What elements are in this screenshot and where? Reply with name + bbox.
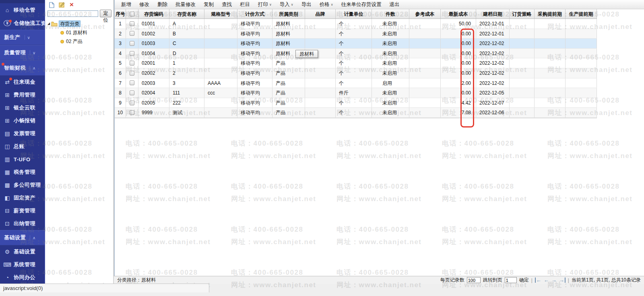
sidebar-item-系统管理[interactable]: ⌨系统管理 [0, 258, 45, 271]
sidebar-group-基础设置[interactable]: 基础设置∧ [0, 230, 45, 245]
column-header-序号[interactable]: 序号 [115, 9, 126, 18]
column-header-最新成本[interactable]: 最新成本 [441, 9, 476, 18]
table-row[interactable]: 6020022移动平均产品个未启用0.002022-12-02 [115, 68, 597, 78]
toolbar-button-导出[interactable]: 导出 [297, 0, 316, 9]
tree-search-input[interactable] [47, 10, 98, 17]
sidebar-item-银企云联[interactable]: ⊞银企云联 [0, 101, 45, 114]
cell-建档日期: 2022-12-07 [476, 98, 510, 108]
toolbar-button-打印[interactable]: 打印∨ [254, 0, 276, 9]
column-header-存货编码[interactable]: 存货编码 [138, 9, 169, 18]
prev-page-icon[interactable]: ← [544, 278, 549, 283]
locate-button[interactable]: 定位 [100, 10, 111, 17]
table-row[interactable]: 5020011移动平均产品个未启用0.002022-12-02 [115, 58, 597, 68]
sidebar-item-出纳管理[interactable]: ⊡出纳管理 [0, 217, 45, 230]
cell-品牌 [305, 39, 336, 48]
column-header-件数[interactable]: 件数 [372, 9, 409, 18]
table-row[interactable]: 101001A移动平均原材料个未启用50.002022-12-01 [115, 19, 597, 29]
sidebar-item-协同办公[interactable]: ◔协同办公 [0, 271, 45, 284]
cell-建档日期: 2022-12-06 [476, 108, 510, 117]
sidebar-item-基础设置[interactable]: ⚙基础设置 [0, 245, 45, 258]
sidebar-group-新生产[interactable]: 新生产∨ [0, 30, 45, 45]
sidebar-item-固定资产[interactable]: ◧固定资产 [0, 191, 45, 204]
sidebar-group-质量管理[interactable]: 质量管理∨ [0, 45, 45, 60]
tree-node-02 产品[interactable]: 02 产品 [60, 38, 113, 45]
column-header-建档日期[interactable]: 建档日期 [476, 9, 510, 18]
last-page-icon[interactable]: → [559, 278, 566, 283]
per-page-input[interactable] [467, 277, 481, 283]
inventory-table: 序号存货编码存货名称规格型号计价方式所属类别品牌计量单位件数参考成本最新成本建档… [115, 9, 597, 118]
sidebar-item-仓储物流工资[interactable]: ¥仓储物流工资 [0, 16, 45, 30]
delete-node-icon[interactable]: × [68, 2, 75, 8]
column-header-生产提前期[interactable]: 生产提前期 [566, 9, 597, 18]
tree-root-label[interactable]: 存货分类 [59, 21, 80, 27]
row-checkbox[interactable] [130, 41, 134, 46]
tree-expand-icon[interactable]: ◢ [47, 22, 50, 25]
sidebar-item-移动仓管[interactable]: ⌂移动仓管 [0, 3, 45, 16]
chevron-down-icon[interactable]: ∨ [33, 51, 35, 55]
toolbar-button-栏目[interactable]: 栏目 [236, 0, 254, 9]
toolbar-button-价格[interactable]: 价格∨ [316, 0, 337, 9]
sidebar-item-费用管理[interactable]: ⊞费用管理 [0, 88, 45, 101]
row-checkbox[interactable] [130, 110, 134, 115]
multi-company-icon: ▩ [4, 181, 11, 189]
row-checkbox[interactable] [130, 61, 134, 66]
column-header-checkbox[interactable] [126, 9, 138, 18]
row-checkbox[interactable] [130, 51, 134, 56]
row-checkbox[interactable] [130, 80, 134, 85]
edit-node-icon[interactable] [58, 2, 65, 8]
column-header-存货名称[interactable]: 存货名称 [169, 9, 204, 18]
table-row[interactable]: 201002B移动平均原材料个未启用0.002022-12-01 [115, 29, 597, 39]
column-header-订货策略[interactable]: 订货策略 [510, 9, 535, 18]
table-row[interactable]: 301003C移动平均原材料个未启用0.002022-12-02 [115, 39, 597, 49]
sidebar-item-发票管理[interactable]: ▤发票管理 [0, 127, 45, 140]
table-row[interactable]: 902005222移动平均产品个未启用4.422022-12-07 [115, 98, 597, 108]
confirm-button[interactable]: 确定 [519, 277, 529, 284]
toolbar-button-导入[interactable]: 导入∨ [276, 0, 297, 9]
row-checkbox[interactable] [130, 101, 134, 105]
cell-checkbox [126, 88, 138, 98]
new-node-icon[interactable] [48, 2, 55, 8]
toolbar-button-往来单位存货设置[interactable]: 往来单位存货设置 [337, 0, 386, 9]
toolbar-button-批量修改[interactable]: 批量修改 [171, 0, 200, 9]
sidebar-item-往来现金[interactable]: ⇄往来现金 [0, 76, 45, 88]
column-header-参考成本[interactable]: 参考成本 [409, 9, 441, 18]
column-header-所属类别[interactable]: 所属类别 [272, 9, 305, 18]
toolbar-button-复制[interactable]: 复制 [200, 0, 218, 9]
sidebar-item-多公司管理[interactable]: ▩多公司管理 [0, 179, 45, 191]
chevron-down-icon[interactable]: ∨ [27, 35, 30, 40]
row-checkbox[interactable] [130, 71, 134, 76]
sidebar-item-T-UFO[interactable]: ▥T-UFO [0, 153, 45, 166]
row-checkbox[interactable] [130, 90, 134, 95]
first-page-icon[interactable]: ← [535, 278, 541, 283]
column-header-计量单位[interactable]: 计量单位 [336, 9, 372, 18]
sidebar-group-智能财税[interactable]: 智能财税∧ [0, 60, 45, 76]
toolbar-button-新增[interactable]: 新增 [117, 0, 135, 9]
tree-node-01 原材料[interactable]: 01 原材料 [60, 29, 113, 36]
sidebar-item-税务管理[interactable]: ▦税务管理 [0, 166, 45, 179]
select-all-checkbox[interactable] [130, 12, 134, 16]
sidebar-top-strip [0, 0, 45, 3]
table-row[interactable]: 109999测试移动平均产品个未启用7.082022-12-06 [115, 108, 597, 118]
chevron-up-icon[interactable]: ∧ [33, 66, 35, 70]
column-header-采购提前期[interactable]: 采购提前期 [535, 9, 566, 18]
sidebar-item-小畅报销[interactable]: ⊞小畅报销 [0, 114, 45, 127]
row-checkbox[interactable] [130, 21, 134, 26]
sidebar-item-总账[interactable]: ◫总账 [0, 140, 45, 153]
goto-page-input[interactable] [505, 277, 517, 283]
table-row[interactable]: 401004D移动平均原材料个未启用0.002022-12-02 [115, 49, 597, 59]
next-page-icon[interactable]: → [551, 278, 557, 283]
toolbar-button-修改[interactable]: 修改 [135, 0, 153, 9]
chevron-up-icon[interactable]: ∧ [33, 236, 35, 240]
table-row[interactable]: 802004111ccc移动平均产品件斤未启用0.002022-12-05 [115, 88, 597, 98]
toolbar-button-退出[interactable]: 退出 [386, 0, 404, 9]
sidebar-item-薪资管理[interactable]: ⊟薪资管理 [0, 204, 45, 217]
column-header-规格型号[interactable]: 规格型号 [204, 9, 237, 18]
table-row[interactable]: 7020033AAAA移动平均产品个启用2.002022-12-02 [115, 78, 597, 88]
cell-存货编码: 01001 [138, 19, 169, 29]
toolbar-button-删除[interactable]: 删除 [153, 0, 171, 9]
row-checkbox[interactable] [130, 31, 134, 36]
column-header-品牌[interactable]: 品牌 [305, 9, 336, 18]
column-header-计价方式[interactable]: 计价方式 [237, 9, 272, 18]
cell-建档日期: 2022-12-02 [476, 68, 510, 78]
toolbar-button-查找[interactable]: 查找 [218, 0, 236, 9]
